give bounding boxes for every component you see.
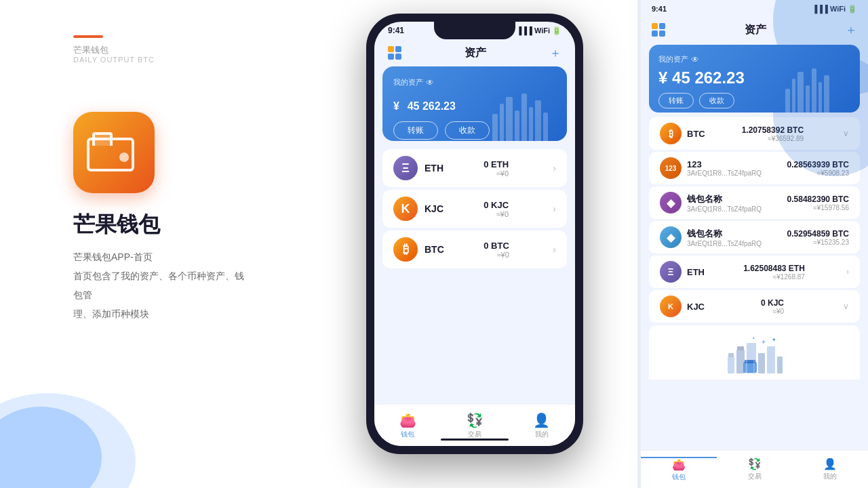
coin-item-eth[interactable]: Ξ ETH 0 ETH ≈¥0 › [382,149,567,187]
right-panel: 9:41 ▐▐▐ WiFi 🔋 资产 ＋ 我的资产 👁 [641,0,868,488]
eth-amount: 0 ETH [484,159,509,169]
right-trade-nav-icon: 💱 [748,458,762,470]
right-skyline [785,45,853,113]
right-wallet1-icon: ◆ [660,192,682,214]
add-button[interactable]: ＋ [549,45,561,61]
btc-chevron-icon: › [553,244,556,255]
right-eye-icon[interactable]: 👁 [691,55,699,64]
brand-label: 芒果钱包 [73,44,108,56]
right-coin-eth[interactable]: Ξ ETH 1.62508483 ETH ≈¥1268.87 › [649,256,860,288]
app-icon-wrapper [73,112,155,193]
status-icons: ▐▐▐ WiFi 🔋 [516,26,561,35]
svg-text:✦: ✦ [772,337,776,343]
skyline-decoration [492,66,560,141]
nav-mine[interactable]: 👤 我的 [508,412,575,439]
battery-icon: 🔋 [552,26,561,35]
eth-coin-name: ETH [425,163,443,174]
kjc-chevron-icon: › [553,203,556,214]
right-nav-wallet[interactable]: 👛 钱包 [641,457,717,482]
svg-rect-5 [758,353,765,373]
brand-subtitle: DAILY OUTPUT BTC [73,56,155,64]
btc-approx: ≈¥0 [484,251,509,259]
nav-wallet[interactable]: 👛 钱包 [374,412,441,439]
transfer-button[interactable]: 转账 [393,121,438,140]
coin-list: Ξ ETH 0 ETH ≈¥0 › K KJC 0 [374,141,575,277]
right-123-icon: 123 [660,157,682,179]
right-coin-wallet2[interactable]: ◆ 钱包名称 3ArEQt1R8...TsZ4fpaRQ 0.52954859 … [649,221,860,253]
phone-header-title: 资产 [465,46,486,60]
btc-coin-icon: ₿ [393,237,418,262]
kjc-coin-name: KJC [425,203,443,214]
receive-button[interactable]: 收款 [445,121,490,140]
status-time: 9:41 [388,26,404,35]
kjc-amount: 0 KJC [484,200,509,210]
right-coin-kjc[interactable]: K KJC 0 KJC ≈¥0 ∨ [649,290,860,323]
right-btc-icon: ₿ [660,123,682,144]
app-icon [73,112,155,193]
eth-import-illustration: + ✦ • [724,336,785,380]
eth-approx: ≈¥0 [484,169,509,178]
right-eth-icon: Ξ [660,261,682,283]
phone-screen: 9:41 ▐▐▐ WiFi 🔋 资产 ＋ [374,22,575,446]
eth-coin-icon: Ξ [393,156,418,180]
svg-rect-6 [767,346,775,373]
phone-header: 资产 ＋ [374,39,575,66]
coin-item-btc[interactable]: ₿ BTC 0 BTC ≈¥0 › [382,230,567,268]
wallet-nav-icon: 👛 [399,412,416,428]
nav-trade[interactable]: 💱 交易 [441,412,509,439]
eth-import-section: + ✦ • 请先创建或导入ETH钱包 创建 导入 [649,325,860,380]
svg-rect-0 [728,357,734,373]
signal-icon: ▐▐▐ [516,26,532,35]
right-transfer-button[interactable]: 转账 [658,93,694,108]
kjc-expand-icon[interactable]: ∨ [843,302,849,311]
phone-mockup: 9:41 ▐▐▐ WiFi 🔋 资产 ＋ [356,14,593,474]
wallet-shape-icon [87,138,134,171]
phone-notch [434,22,515,39]
svg-rect-11 [743,362,757,373]
wallet-circle-icon [119,152,129,162]
eye-icon[interactable]: 👁 [426,78,434,87]
right-kjc-icon: K [660,296,682,317]
app-desc: 芒果钱包APP-首页 首页包含了我的资产、各个币种资产、钱包管 理、添加币种模块 [73,247,250,323]
coin-item-kjc[interactable]: K KJC 0 KJC ≈¥0 › [382,190,567,228]
btc-coin-name: BTC [425,244,444,255]
eth-chevron-icon: › [553,163,556,174]
right-bottom-nav: 👛 钱包 💱 交易 👤 我的 [641,450,868,488]
wifi-icon: WiFi [534,26,550,35]
phone-outer: 9:41 ▐▐▐ WiFi 🔋 资产 ＋ [366,14,583,454]
trade-nav-icon: 💱 [467,412,484,428]
right-receive-button[interactable]: 收款 [699,93,734,108]
grid-menu-icon[interactable] [388,46,401,60]
svg-rect-1 [728,353,734,357]
right-coin-wallet1[interactable]: ◆ 钱包名称 3ArEQt1R8...TsZ4fpaRQ 0.58482390 … [649,186,860,219]
svg-text:•: • [753,336,755,341]
svg-rect-7 [777,357,783,373]
city-illustration: + ✦ • [724,336,785,380]
right-wallet-nav-icon: 👛 [672,458,686,471]
home-indicator [441,439,509,441]
svg-rect-3 [737,346,744,350]
kjc-coin-icon: K [393,197,418,221]
svg-text:+: + [762,338,766,346]
right-asset-card: 我的资产 👁 ¥ 45 262.23 转账 收款 [649,45,860,113]
right-wallet2-icon: ◆ [660,226,682,248]
right-user-nav-icon: 👤 [823,458,837,470]
kjc-approx: ≈¥0 [484,210,509,218]
asset-card: 我的资产 👁 ¥ 45 262.23 转账 收款 [382,66,567,141]
user-nav-icon: 👤 [533,412,550,428]
right-nav-trade[interactable]: 💱 交易 [717,458,793,481]
eth-expand-icon[interactable]: › [846,267,849,277]
right-status-time: 9:41 [652,5,667,13]
left-panel: 芒果钱包 DAILY OUTPUT BTC 芒果钱包 芒果钱包APP-首页 首页… [0,0,366,488]
right-nav-mine[interactable]: 👤 我的 [792,458,868,481]
btc-amount: 0 BTC [484,241,509,251]
phone-bottom-nav: 👛 钱包 💱 交易 👤 我的 [374,404,575,446]
app-title: 芒果钱包 [73,210,160,240]
accent-bar [73,35,103,38]
right-grid-icon[interactable] [652,23,665,37]
